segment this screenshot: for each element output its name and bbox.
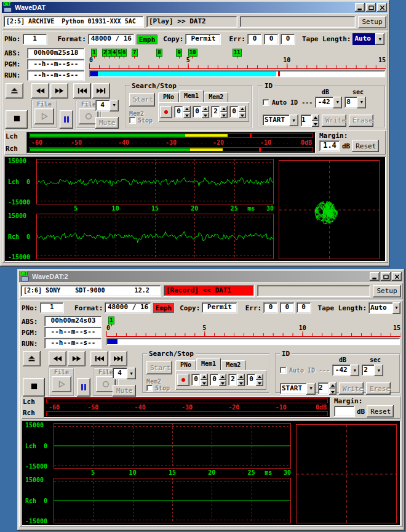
sec-select[interactable]: 2▼ xyxy=(362,365,383,376)
spin-up-icon[interactable] xyxy=(201,374,208,380)
stop-button[interactable] xyxy=(23,378,45,397)
skip-forward-button[interactable] xyxy=(109,351,127,366)
eject-button[interactable] xyxy=(6,83,23,99)
memory-digit-spinner[interactable]: 0 xyxy=(247,374,263,386)
spin-down-icon[interactable] xyxy=(237,380,245,386)
dropdown-arrow-icon[interactable]: ▼ xyxy=(333,97,342,108)
spin-down-icon[interactable] xyxy=(239,112,246,118)
dropdown-arrow-icon[interactable]: ▼ xyxy=(392,302,400,314)
app-icon[interactable]: DAT xyxy=(20,272,30,281)
skip-forward-button[interactable] xyxy=(92,83,110,99)
speed-select[interactable]: 4 ▼ xyxy=(113,368,136,379)
dropdown-arrow-icon[interactable]: ▼ xyxy=(306,383,316,395)
spin-down-icon[interactable] xyxy=(312,121,319,127)
id-number-spinner[interactable]: 2 xyxy=(318,382,336,395)
memory-digit-spinner[interactable]: 0 xyxy=(174,106,191,118)
fast-forward-button[interactable] xyxy=(68,351,86,366)
tab-mem2[interactable]: Mem2 xyxy=(221,360,245,370)
id-mode-select[interactable]: START▼ xyxy=(263,115,298,126)
tape-length-select[interactable]: Auto ▼ xyxy=(368,302,400,314)
titlebar[interactable]: DAT WaveDAT:2 xyxy=(19,271,403,282)
id-mode-select[interactable]: START▼ xyxy=(280,383,316,395)
dropdown-arrow-icon[interactable]: ▼ xyxy=(374,365,383,376)
spin-up-icon[interactable] xyxy=(219,374,226,380)
rewind-button[interactable] xyxy=(49,351,66,366)
app-icon[interactable]: DAT xyxy=(3,3,13,12)
tab-mem1[interactable]: Mem1 xyxy=(179,90,204,102)
spin-down-icon[interactable] xyxy=(219,380,226,386)
tab-pno[interactable]: PNo xyxy=(175,360,196,370)
memory-digit-spinner[interactable]: 2 xyxy=(211,106,228,118)
fast-forward-button[interactable] xyxy=(50,83,68,99)
memory-digit-spinner[interactable]: 0 xyxy=(229,106,246,118)
tape-length-select[interactable]: Auto ▼ xyxy=(352,33,384,45)
spin-down-icon[interactable] xyxy=(256,380,263,386)
memory-record-button[interactable] xyxy=(160,106,172,118)
spin-up-icon[interactable] xyxy=(183,106,191,112)
pause-button[interactable] xyxy=(60,110,73,129)
id-number-spinner[interactable]: 1 xyxy=(301,115,319,127)
mem2-stop-checkbox[interactable] xyxy=(129,117,136,124)
skip-back-button[interactable] xyxy=(73,83,91,99)
threshold-db-select[interactable]: -42▼ xyxy=(332,365,359,376)
spin-up-icon[interactable] xyxy=(256,374,263,380)
memory-digit-spinner[interactable]: 0 xyxy=(193,106,209,118)
dropdown-arrow-icon[interactable]: ▼ xyxy=(289,115,298,126)
mute-button[interactable]: Mute xyxy=(95,117,119,129)
spin-up-icon[interactable] xyxy=(329,382,336,389)
erase-button[interactable]: Erase xyxy=(366,382,391,395)
dropdown-arrow-icon[interactable]: ▼ xyxy=(127,368,136,379)
spin-up-icon[interactable] xyxy=(312,115,319,121)
erase-button[interactable]: Erase xyxy=(349,115,373,127)
reset-button[interactable]: Reset xyxy=(367,405,394,417)
dropdown-arrow-icon[interactable]: ▼ xyxy=(357,97,366,108)
dropdown-arrow-icon[interactable]: ▼ xyxy=(350,365,359,376)
reset-button[interactable]: Reset xyxy=(352,140,379,152)
spin-up-icon[interactable] xyxy=(237,374,245,380)
search-start-button[interactable]: Start xyxy=(146,361,172,374)
pause-button[interactable] xyxy=(77,378,90,397)
spin-down-icon[interactable] xyxy=(202,112,209,118)
spin-up-icon[interactable] xyxy=(220,106,228,112)
write-button[interactable]: Write xyxy=(322,115,346,127)
play-button[interactable] xyxy=(52,376,71,392)
threshold-db-select[interactable]: -42▼ xyxy=(315,97,342,108)
titlebar[interactable]: DAT WaveDAT xyxy=(2,2,388,13)
rewind-button[interactable] xyxy=(31,83,49,99)
mem2-stop-checkbox[interactable] xyxy=(146,385,153,392)
search-start-button[interactable]: Start xyxy=(129,93,155,107)
skip-back-button[interactable] xyxy=(90,351,108,366)
auto-id-checkbox[interactable] xyxy=(280,367,287,374)
tab-pno[interactable]: PNo xyxy=(158,92,179,102)
memory-record-button[interactable] xyxy=(177,374,189,386)
auto-id-checkbox[interactable] xyxy=(263,99,269,106)
spin-down-icon[interactable] xyxy=(329,389,336,395)
dropdown-arrow-icon[interactable]: ▼ xyxy=(375,33,384,45)
minimize-button[interactable] xyxy=(355,3,365,12)
setup-button[interactable]: Setup xyxy=(373,285,401,297)
spin-down-icon[interactable] xyxy=(220,112,228,118)
tape-progress-bar[interactable] xyxy=(89,70,386,78)
dropdown-arrow-icon[interactable]: ▼ xyxy=(109,100,119,111)
play-button[interactable] xyxy=(34,108,54,124)
mute-button[interactable]: Mute xyxy=(113,385,136,397)
tab-mem2[interactable]: Mem2 xyxy=(204,92,228,102)
minimize-button[interactable] xyxy=(370,272,380,281)
setup-button[interactable]: Setup xyxy=(358,16,386,28)
memory-digit-spinner[interactable]: 0 xyxy=(210,374,226,386)
spin-down-icon[interactable] xyxy=(201,380,208,386)
memory-digit-spinner[interactable]: 0 xyxy=(191,374,208,386)
close-button[interactable] xyxy=(392,272,402,281)
maximize-button[interactable] xyxy=(366,3,376,12)
spin-up-icon[interactable] xyxy=(239,106,246,112)
spin-down-icon[interactable] xyxy=(183,112,191,118)
tab-mem1[interactable]: Mem1 xyxy=(196,358,221,370)
maximize-button[interactable] xyxy=(381,272,391,281)
tape-progress-bar[interactable] xyxy=(106,338,400,345)
speed-select[interactable]: 4 ▼ xyxy=(95,100,119,111)
stop-button[interactable] xyxy=(6,110,28,129)
memory-digit-spinner[interactable]: 2 xyxy=(228,374,245,386)
close-button[interactable] xyxy=(377,3,387,12)
write-button[interactable]: Write xyxy=(339,382,364,395)
eject-button[interactable] xyxy=(23,351,41,366)
